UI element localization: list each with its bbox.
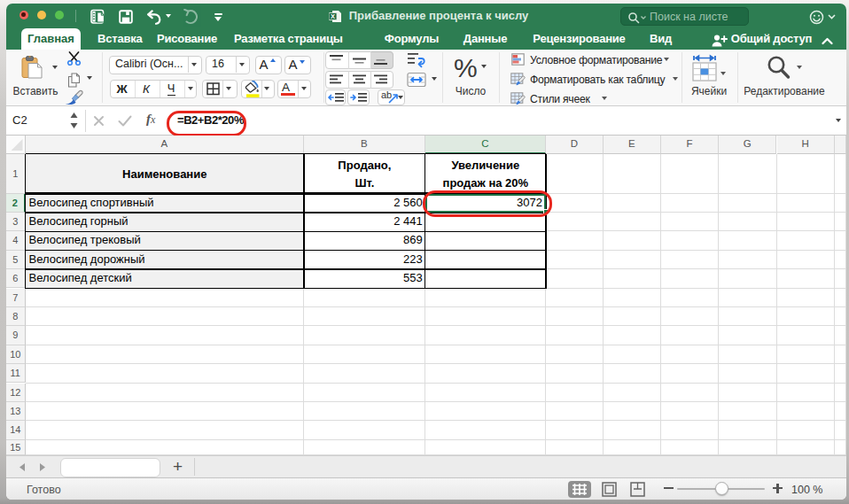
svg-text:X: X: [331, 12, 335, 20]
